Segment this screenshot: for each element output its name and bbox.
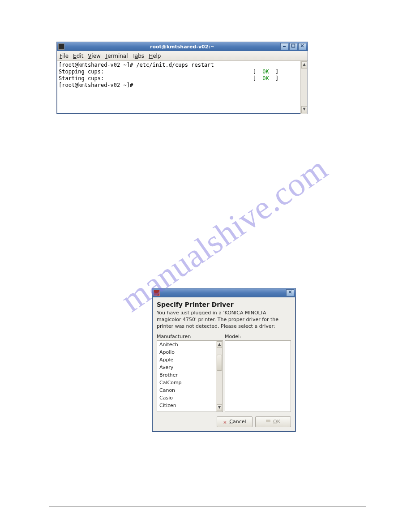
menu-file[interactable]: File: [60, 53, 68, 59]
scroll-down-icon[interactable]: ▼: [301, 106, 307, 113]
scroll-up-icon[interactable]: ▲: [217, 341, 222, 348]
svg-rect-1: [292, 44, 295, 47]
list-item[interactable]: Citizen: [157, 402, 216, 409]
ok-icon: [266, 420, 271, 424]
driver-dialog: Specify Printer Driver You have just plu…: [152, 288, 296, 432]
dialog-message: You have just plugged in a 'KONICA MINOL…: [152, 310, 295, 334]
dialog-close-button[interactable]: [286, 289, 294, 296]
list-item[interactable]: CalComp: [157, 379, 216, 386]
list-item[interactable]: Apollo: [157, 348, 216, 356]
ok-label-rest: K: [277, 419, 280, 425]
ok-button[interactable]: OK: [255, 416, 291, 427]
cancel-icon: [223, 420, 227, 424]
terminal-titlebar[interactable]: root@kmtshared-v02:~: [57, 42, 308, 51]
dialog-heading: Specify Printer Driver: [152, 297, 295, 310]
terminal-window: root@kmtshared-v02:~ File Edit View Term…: [56, 42, 308, 114]
terminal-scrollbar[interactable]: ▲ ▼: [300, 61, 308, 114]
minimize-button[interactable]: [280, 43, 288, 50]
menu-view[interactable]: View: [88, 53, 100, 59]
footer-rule: [49, 506, 366, 507]
list-item[interactable]: Brother: [157, 371, 216, 379]
scroll-down-icon[interactable]: ▼: [217, 404, 222, 411]
menu-edit[interactable]: Edit: [73, 53, 83, 59]
cancel-button[interactable]: Cancel: [217, 416, 253, 427]
scroll-up-icon[interactable]: ▲: [301, 61, 307, 69]
menu-terminal[interactable]: Terminal: [105, 53, 128, 59]
list-item[interactable]: Avery: [157, 364, 216, 371]
list-item[interactable]: Anitech: [157, 341, 216, 348]
terminal-output[interactable]: [root@kmtshared-v02 ~]# /etc/init.d/cups…: [57, 61, 300, 114]
manufacturer-listbox[interactable]: AnitechApolloAppleAveryBrotherCalCompCan…: [157, 340, 216, 412]
dialog-titlebar[interactable]: [152, 288, 295, 297]
list-item[interactable]: Canon: [157, 386, 216, 394]
menu-help[interactable]: Help: [149, 53, 161, 59]
cancel-label-rest: ancel: [233, 419, 246, 425]
model-label: Model:: [225, 334, 291, 340]
close-button[interactable]: [298, 43, 306, 50]
menu-tabs[interactable]: Tabs: [133, 53, 145, 59]
model-listbox[interactable]: [225, 340, 291, 412]
manufacturer-label: Manufacturer:: [157, 334, 223, 340]
manufacturer-scrollbar[interactable]: ▲ ▼: [216, 340, 223, 412]
terminal-title: root@kmtshared-v02:~: [57, 44, 308, 50]
scroll-thumb[interactable]: [217, 355, 222, 371]
dialog-app-icon: [154, 290, 160, 296]
maximize-button[interactable]: [289, 43, 297, 50]
list-item[interactable]: Apple: [157, 356, 216, 364]
list-item[interactable]: Casio: [157, 394, 216, 402]
terminal-menubar: File Edit View Terminal Tabs Help: [57, 51, 308, 61]
